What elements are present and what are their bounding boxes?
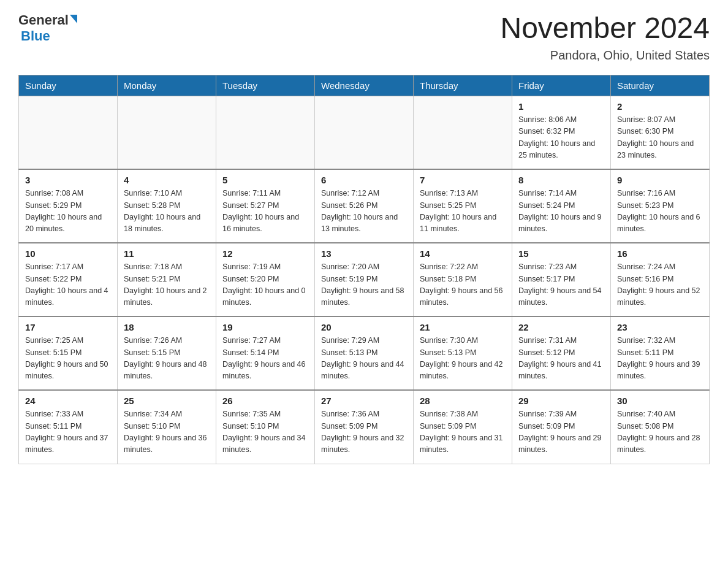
day-number: 25	[124, 396, 210, 406]
day-info: Sunrise: 8:06 AM Sunset: 6:32 PM Dayligh…	[518, 114, 604, 162]
calendar-cell	[216, 96, 315, 169]
day-info: Sunrise: 7:26 AM Sunset: 5:15 PM Dayligh…	[124, 335, 210, 383]
day-info: Sunrise: 7:18 AM Sunset: 5:21 PM Dayligh…	[124, 261, 210, 309]
calendar-cell: 1Sunrise: 8:06 AM Sunset: 6:32 PM Daylig…	[512, 96, 611, 169]
day-info: Sunrise: 7:35 AM Sunset: 5:10 PM Dayligh…	[222, 408, 308, 456]
day-info: Sunrise: 7:20 AM Sunset: 5:19 PM Dayligh…	[321, 261, 407, 309]
day-info: Sunrise: 7:38 AM Sunset: 5:09 PM Dayligh…	[420, 408, 506, 456]
calendar-cell: 12Sunrise: 7:19 AM Sunset: 5:20 PM Dayli…	[216, 243, 315, 316]
day-number: 15	[518, 248, 604, 259]
day-number: 4	[124, 175, 210, 185]
page-title: November 2024	[500, 12, 710, 45]
calendar-week-row: 10Sunrise: 7:17 AM Sunset: 5:22 PM Dayli…	[19, 243, 710, 316]
calendar-cell: 13Sunrise: 7:20 AM Sunset: 5:19 PM Dayli…	[315, 243, 414, 316]
calendar-cell: 22Sunrise: 7:31 AM Sunset: 5:12 PM Dayli…	[512, 316, 611, 390]
calendar-cell: 27Sunrise: 7:36 AM Sunset: 5:09 PM Dayli…	[315, 390, 414, 464]
logo-general: General	[18, 12, 77, 28]
day-number: 23	[617, 322, 703, 332]
day-info: Sunrise: 7:13 AM Sunset: 5:25 PM Dayligh…	[420, 188, 506, 236]
calendar-cell	[118, 96, 216, 169]
day-number: 10	[25, 248, 111, 259]
weekday-header-monday: Monday	[118, 75, 216, 96]
weekday-header-tuesday: Tuesday	[216, 75, 315, 96]
day-info: Sunrise: 7:14 AM Sunset: 5:24 PM Dayligh…	[518, 188, 604, 236]
day-number: 22	[518, 322, 604, 332]
day-number: 12	[222, 248, 308, 259]
day-number: 13	[321, 248, 407, 259]
logo-blue: Blue	[21, 28, 50, 44]
day-info: Sunrise: 7:08 AM Sunset: 5:29 PM Dayligh…	[25, 188, 111, 236]
day-number: 16	[617, 248, 703, 259]
weekday-header-wednesday: Wednesday	[315, 75, 414, 96]
title-block: November 2024 Pandora, Ohio, United Stat…	[500, 12, 710, 63]
day-info: Sunrise: 7:32 AM Sunset: 5:11 PM Dayligh…	[617, 335, 703, 383]
calendar-cell: 25Sunrise: 7:34 AM Sunset: 5:10 PM Dayli…	[118, 390, 216, 464]
calendar-table: SundayMondayTuesdayWednesdayThursdayFrid…	[18, 75, 710, 464]
day-number: 26	[222, 396, 308, 406]
page-header: General Blue November 2024 Pandora, Ohio…	[18, 12, 710, 63]
calendar-cell: 3Sunrise: 7:08 AM Sunset: 5:29 PM Daylig…	[19, 169, 118, 243]
day-number: 14	[420, 248, 506, 259]
day-info: Sunrise: 8:07 AM Sunset: 6:30 PM Dayligh…	[617, 114, 703, 162]
calendar-cell	[315, 96, 414, 169]
calendar-cell: 5Sunrise: 7:11 AM Sunset: 5:27 PM Daylig…	[216, 169, 315, 243]
weekday-header-thursday: Thursday	[414, 75, 512, 96]
day-info: Sunrise: 7:30 AM Sunset: 5:13 PM Dayligh…	[420, 335, 506, 383]
day-info: Sunrise: 7:10 AM Sunset: 5:28 PM Dayligh…	[124, 188, 210, 236]
day-number: 7	[420, 175, 506, 185]
calendar-week-row: 17Sunrise: 7:25 AM Sunset: 5:15 PM Dayli…	[19, 316, 710, 390]
calendar-cell: 18Sunrise: 7:26 AM Sunset: 5:15 PM Dayli…	[118, 316, 216, 390]
day-number: 27	[321, 396, 407, 406]
day-info: Sunrise: 7:23 AM Sunset: 5:17 PM Dayligh…	[518, 261, 604, 309]
day-number: 28	[420, 396, 506, 406]
calendar-cell: 23Sunrise: 7:32 AM Sunset: 5:11 PM Dayli…	[611, 316, 710, 390]
calendar-cell: 8Sunrise: 7:14 AM Sunset: 5:24 PM Daylig…	[512, 169, 611, 243]
calendar-cell: 29Sunrise: 7:39 AM Sunset: 5:09 PM Dayli…	[512, 390, 611, 464]
day-info: Sunrise: 7:33 AM Sunset: 5:11 PM Dayligh…	[25, 408, 111, 456]
calendar-cell: 30Sunrise: 7:40 AM Sunset: 5:08 PM Dayli…	[611, 390, 710, 464]
day-number: 2	[617, 101, 703, 112]
calendar-cell: 14Sunrise: 7:22 AM Sunset: 5:18 PM Dayli…	[414, 243, 512, 316]
day-number: 21	[420, 322, 506, 332]
calendar-week-row: 24Sunrise: 7:33 AM Sunset: 5:11 PM Dayli…	[19, 390, 710, 464]
page-subtitle: Pandora, Ohio, United States	[500, 48, 710, 63]
weekday-header-sunday: Sunday	[19, 75, 118, 96]
day-number: 24	[25, 396, 111, 406]
day-info: Sunrise: 7:40 AM Sunset: 5:08 PM Dayligh…	[617, 408, 703, 456]
calendar-cell: 15Sunrise: 7:23 AM Sunset: 5:17 PM Dayli…	[512, 243, 611, 316]
logo: General Blue	[18, 12, 77, 44]
calendar-cell: 16Sunrise: 7:24 AM Sunset: 5:16 PM Dayli…	[611, 243, 710, 316]
day-number: 9	[617, 175, 703, 185]
calendar-cell: 9Sunrise: 7:16 AM Sunset: 5:23 PM Daylig…	[611, 169, 710, 243]
day-info: Sunrise: 7:22 AM Sunset: 5:18 PM Dayligh…	[420, 261, 506, 309]
weekday-header-row: SundayMondayTuesdayWednesdayThursdayFrid…	[19, 75, 710, 96]
weekday-header-friday: Friday	[512, 75, 611, 96]
day-info: Sunrise: 7:16 AM Sunset: 5:23 PM Dayligh…	[617, 188, 703, 236]
calendar-cell: 6Sunrise: 7:12 AM Sunset: 5:26 PM Daylig…	[315, 169, 414, 243]
weekday-header-saturday: Saturday	[611, 75, 710, 96]
day-number: 18	[124, 322, 210, 332]
day-info: Sunrise: 7:11 AM Sunset: 5:27 PM Dayligh…	[222, 188, 308, 236]
day-number: 20	[321, 322, 407, 332]
day-number: 1	[518, 101, 604, 112]
calendar-week-row: 1Sunrise: 8:06 AM Sunset: 6:32 PM Daylig…	[19, 96, 710, 169]
calendar-cell	[19, 96, 118, 169]
day-number: 11	[124, 248, 210, 259]
day-number: 8	[518, 175, 604, 185]
day-number: 5	[222, 175, 308, 185]
day-info: Sunrise: 7:39 AM Sunset: 5:09 PM Dayligh…	[518, 408, 604, 456]
calendar-cell: 21Sunrise: 7:30 AM Sunset: 5:13 PM Dayli…	[414, 316, 512, 390]
day-info: Sunrise: 7:34 AM Sunset: 5:10 PM Dayligh…	[124, 408, 210, 456]
day-number: 17	[25, 322, 111, 332]
day-number: 30	[617, 396, 703, 406]
day-info: Sunrise: 7:36 AM Sunset: 5:09 PM Dayligh…	[321, 408, 407, 456]
calendar-cell: 28Sunrise: 7:38 AM Sunset: 5:09 PM Dayli…	[414, 390, 512, 464]
calendar-cell: 17Sunrise: 7:25 AM Sunset: 5:15 PM Dayli…	[19, 316, 118, 390]
day-info: Sunrise: 7:17 AM Sunset: 5:22 PM Dayligh…	[25, 261, 111, 309]
calendar-cell: 4Sunrise: 7:10 AM Sunset: 5:28 PM Daylig…	[118, 169, 216, 243]
day-info: Sunrise: 7:12 AM Sunset: 5:26 PM Dayligh…	[321, 188, 407, 236]
calendar-cell: 24Sunrise: 7:33 AM Sunset: 5:11 PM Dayli…	[19, 390, 118, 464]
calendar-cell: 26Sunrise: 7:35 AM Sunset: 5:10 PM Dayli…	[216, 390, 315, 464]
day-info: Sunrise: 7:24 AM Sunset: 5:16 PM Dayligh…	[617, 261, 703, 309]
day-info: Sunrise: 7:31 AM Sunset: 5:12 PM Dayligh…	[518, 335, 604, 383]
